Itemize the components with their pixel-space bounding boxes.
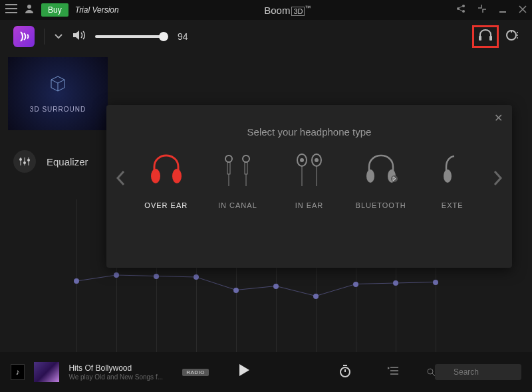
search-wrap <box>422 364 521 380</box>
svg-point-10 <box>19 158 22 161</box>
headphone-type-icon <box>442 151 462 191</box>
eq-band-dot[interactable] <box>114 272 119 278</box>
main-area: 3D SURROUND Equalizer ✕ Select your head… <box>0 53 532 352</box>
svg-point-9 <box>517 37 518 39</box>
svg-point-13 <box>151 169 160 183</box>
minimize-icon[interactable] <box>499 4 507 16</box>
headphone-options: OVER EARIN CANALIN EARBLUETOOTHEXTE <box>130 151 488 209</box>
volume-value: 94 <box>178 31 188 42</box>
trial-label: Trial Version <box>75 5 119 15</box>
headphone-button-highlight <box>472 25 499 48</box>
svg-point-25 <box>391 175 398 182</box>
app-suffix: 3D <box>291 7 305 16</box>
svg-point-12 <box>27 159 30 161</box>
headphone-option-label: IN EAR <box>295 201 324 209</box>
svg-point-15 <box>225 155 232 162</box>
svg-point-0 <box>27 5 31 9</box>
svg-point-8 <box>517 35 518 36</box>
tm-mark: ™ <box>305 5 311 11</box>
close-icon[interactable] <box>519 4 527 16</box>
track-title: Hits Of Bollywood <box>68 363 173 373</box>
headphone-option-in-ear[interactable]: IN EAR <box>275 151 343 209</box>
play-button-icon[interactable] <box>238 363 250 381</box>
headphone-option-label: EXTE <box>442 201 464 209</box>
headphone-option-in-canal[interactable]: IN CANAL <box>203 151 271 209</box>
headphone-option-label: OVER EAR <box>144 201 188 209</box>
svg-rect-4 <box>479 36 481 41</box>
headphone-type-icon <box>293 151 326 191</box>
app-name-text: Boom <box>264 5 290 16</box>
svg-point-21 <box>300 158 304 162</box>
eq-band-dot[interactable] <box>353 282 358 287</box>
divider <box>44 29 45 45</box>
svg-point-16 <box>243 155 249 162</box>
eq-band-dot[interactable] <box>433 280 438 285</box>
equalizer-row: Equalizer <box>13 150 88 173</box>
equalizer-knob-icon[interactable] <box>13 150 36 173</box>
source-app-icon[interactable]: ♪ <box>11 364 25 380</box>
eq-band-dot[interactable] <box>74 278 79 284</box>
window-controls <box>456 4 527 16</box>
app-logo-icon[interactable] <box>13 26 35 47</box>
carousel-next-icon[interactable] <box>488 170 508 191</box>
modal-close-icon[interactable]: ✕ <box>494 112 503 124</box>
svg-point-14 <box>172 169 182 183</box>
modal-title: Select your headphone type <box>106 105 512 138</box>
track-info: Hits Of Bollywood We play Old and New So… <box>68 363 173 381</box>
eq-band-dot[interactable] <box>154 274 159 279</box>
surround-tile[interactable]: 3D SURROUND <box>8 57 108 130</box>
buy-button[interactable]: Buy <box>41 3 68 17</box>
headphone-option-exte[interactable]: EXTE <box>418 151 486 209</box>
album-art[interactable] <box>34 362 59 382</box>
svg-rect-17 <box>227 162 230 174</box>
headphone-icon[interactable] <box>478 29 493 45</box>
share-icon[interactable] <box>456 4 466 16</box>
track-subtitle: We play Old and New Songs f... <box>68 373 173 381</box>
eq-band-dot[interactable] <box>393 280 398 286</box>
headphone-type-icon <box>221 151 254 191</box>
playbar: ♪ Hits Of Bollywood We play Old and New … <box>0 352 532 392</box>
svg-point-23 <box>366 169 374 183</box>
headphone-carousel: OVER EARIN CANALIN EARBLUETOOTHEXTE <box>106 138 512 209</box>
headphone-option-label: IN CANAL <box>218 201 257 209</box>
headphone-type-icon <box>362 151 400 191</box>
user-icon[interactable] <box>24 3 35 17</box>
svg-point-28 <box>428 369 433 374</box>
search-input[interactable] <box>435 364 521 380</box>
volume-fill <box>95 35 164 38</box>
svg-rect-5 <box>489 36 492 41</box>
svg-rect-18 <box>245 162 247 174</box>
timer-icon[interactable] <box>339 364 351 381</box>
volume-slider[interactable] <box>95 35 168 38</box>
chevron-down-icon[interactable] <box>54 31 63 43</box>
eq-band-dot[interactable] <box>194 274 199 280</box>
settings-icon[interactable] <box>505 29 519 45</box>
svg-point-7 <box>517 32 518 33</box>
cube-icon <box>49 75 66 96</box>
equalizer-label: Equalizer <box>47 156 88 167</box>
carousel-prev-icon[interactable] <box>110 170 130 191</box>
titlebar: Buy Trial Version Boom3D™ <box>0 0 532 20</box>
surround-label: 3D SURROUND <box>30 106 86 113</box>
eq-band-dot[interactable] <box>313 294 319 299</box>
svg-point-26 <box>444 169 452 183</box>
eq-band-dot[interactable] <box>233 288 239 293</box>
headphone-option-label: BLUETOOTH <box>356 201 406 209</box>
svg-point-22 <box>315 158 319 162</box>
headphone-option-bluetooth[interactable]: BLUETOOTH <box>347 151 415 209</box>
eq-band-dot[interactable] <box>273 284 279 289</box>
svg-point-11 <box>23 161 26 164</box>
headphone-option-over-ear[interactable]: OVER EAR <box>132 151 200 209</box>
speaker-icon[interactable] <box>72 29 86 44</box>
headphone-modal: ✕ Select your headphone type OVER EARIN … <box>106 105 512 268</box>
menu-icon[interactable] <box>5 4 17 16</box>
queue-icon[interactable] <box>387 366 399 378</box>
toolbar: 94 <box>0 20 532 53</box>
collapse-icon[interactable] <box>477 4 487 16</box>
radio-badge: RADIO <box>182 369 209 376</box>
headphone-type-icon <box>148 151 185 191</box>
volume-thumb[interactable] <box>159 32 168 41</box>
app-title: Boom3D™ <box>126 5 450 16</box>
